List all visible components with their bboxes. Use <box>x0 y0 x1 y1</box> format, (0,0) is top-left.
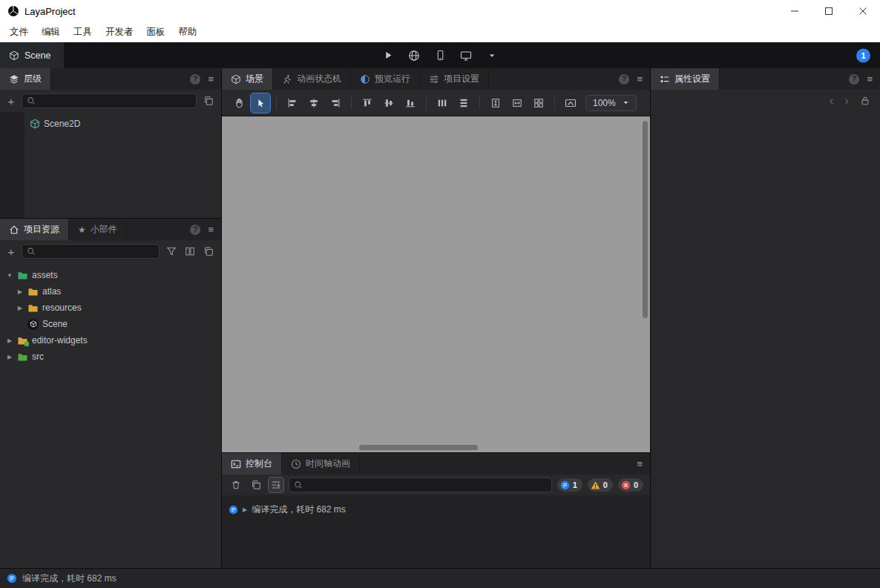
menu-edit[interactable]: 编辑 <box>35 26 67 39</box>
expand-collapse-button[interactable] <box>202 94 215 108</box>
console-search[interactable] <box>289 478 552 492</box>
stretch-height-button[interactable] <box>486 93 505 113</box>
menu-help[interactable]: 帮助 <box>172 26 204 39</box>
panel-menu-icon[interactable]: ≡ <box>637 458 643 469</box>
filter-button[interactable] <box>165 245 178 258</box>
error-count: 0 <box>634 480 638 489</box>
clear-console-button[interactable] <box>229 478 243 492</box>
browser-preview-button[interactable] <box>405 47 423 65</box>
tab-timeline-animation[interactable]: 时间轴动画 <box>282 453 360 475</box>
properties-nav: ‹ › <box>651 90 880 111</box>
add-node-button[interactable]: + <box>6 96 16 107</box>
panel-menu-icon[interactable]: ≡ <box>867 73 873 85</box>
tab-project-assets[interactable]: 项目资源 <box>0 219 69 240</box>
panel-menu-icon[interactable]: ≡ <box>208 73 214 85</box>
hierarchy-search[interactable] <box>22 93 197 108</box>
console-search-input[interactable] <box>306 480 547 490</box>
align-left-button[interactable] <box>283 93 302 113</box>
mobile-preview-button[interactable] <box>431 47 449 65</box>
pan-tool-button[interactable] <box>229 93 249 113</box>
copy-log-button[interactable] <box>249 478 263 492</box>
tree-node-assets[interactable]: ▼ assets <box>0 267 221 283</box>
align-bottom-button[interactable] <box>401 93 420 113</box>
play-button[interactable] <box>379 47 397 65</box>
grid-arrange-button[interactable] <box>529 93 548 113</box>
collapse-all-button[interactable] <box>202 245 215 258</box>
stretch-width-button[interactable] <box>508 93 527 113</box>
menu-tools[interactable]: 工具 <box>67 26 99 39</box>
tree-node-scene2d[interactable]: Scene2D <box>0 116 221 132</box>
split-view-button[interactable] <box>183 245 197 258</box>
tree-collapsed-icon[interactable]: ▶ <box>6 337 13 344</box>
tree-expanded-icon[interactable]: ▼ <box>6 272 13 279</box>
tree-node-label: src <box>32 351 44 362</box>
scene-canvas[interactable] <box>222 116 650 452</box>
help-icon[interactable]: ? <box>619 74 629 85</box>
tree-node-editor-widgets[interactable]: ▶ editor-widgets <box>0 332 221 348</box>
help-icon[interactable]: ? <box>849 74 859 85</box>
scene-document-tab[interactable]: Scene <box>0 42 64 68</box>
menu-panel[interactable]: 面板 <box>140 26 172 39</box>
align-right-button[interactable] <box>326 93 345 113</box>
tab-console[interactable]: 控制台 <box>222 453 282 475</box>
tree-node-src[interactable]: ▶ src <box>0 348 221 365</box>
history-back-button[interactable]: ‹ <box>830 94 834 107</box>
layers-icon <box>9 74 19 85</box>
tab-properties[interactable]: 属性设置 <box>651 68 720 90</box>
tab-preview-run[interactable]: 预览运行 <box>351 68 420 90</box>
menu-file[interactable]: 文件 <box>3 26 35 39</box>
tree-node-resources[interactable]: ▶ resources <box>0 300 221 316</box>
log-expander-icon[interactable]: ▶ <box>243 506 247 513</box>
add-asset-button[interactable]: + <box>6 246 16 257</box>
desktop-preview-button[interactable] <box>457 47 475 65</box>
tree-node-scene-asset[interactable]: Scene <box>0 316 221 332</box>
align-vertical-center-button[interactable] <box>379 93 398 113</box>
help-icon[interactable]: ? <box>190 74 200 85</box>
running-person-icon <box>282 74 292 85</box>
minimize-button[interactable] <box>778 0 812 22</box>
assets-search-input[interactable] <box>39 246 154 257</box>
tab-hierarchy[interactable]: 层级 <box>0 68 51 90</box>
tab-scene[interactable]: 场景 <box>222 68 273 90</box>
align-top-button[interactable] <box>358 93 377 113</box>
copy-icon <box>251 480 261 490</box>
history-forward-button[interactable]: › <box>844 94 849 107</box>
align-horizontal-center-button[interactable] <box>304 93 324 113</box>
assets-search[interactable] <box>22 244 160 259</box>
lock-button[interactable] <box>860 96 870 106</box>
tab-animation-state-machine[interactable]: 动画状态机 <box>273 68 351 90</box>
user-badge[interactable]: 1 <box>856 48 870 62</box>
display-resolution-button[interactable] <box>561 93 580 113</box>
status-message[interactable]: 编译完成，耗时 682 ms <box>22 572 116 585</box>
tree-node-atlas[interactable]: ▶ atlas <box>0 283 221 300</box>
cube-icon <box>231 74 241 85</box>
panel-menu-icon[interactable]: ≡ <box>637 73 643 85</box>
error-count-badge[interactable]: 0 <box>618 478 643 492</box>
tree-collapsed-icon[interactable]: ▶ <box>16 288 24 295</box>
close-button[interactable] <box>846 0 880 22</box>
horizontal-scrollbar[interactable] <box>359 445 478 450</box>
distribute-vertical-button[interactable] <box>454 93 473 113</box>
menu-developer[interactable]: 开发者 <box>99 26 140 39</box>
help-icon[interactable]: ? <box>190 225 200 235</box>
select-tool-button[interactable] <box>251 93 270 113</box>
tree-collapsed-icon[interactable]: ▶ <box>6 354 13 360</box>
monitor-icon <box>460 50 472 62</box>
statusbar: 编译完成，耗时 682 ms <box>0 568 880 588</box>
log-entry[interactable]: ▶ 编译完成，耗时 682 ms <box>229 503 643 516</box>
trash-icon <box>231 480 241 490</box>
panel-menu-icon[interactable]: ≡ <box>208 224 214 235</box>
collapse-logs-button[interactable] <box>269 478 283 492</box>
tab-widgets[interactable]: ★ 小部件 <box>69 219 127 240</box>
maximize-button[interactable] <box>812 0 846 22</box>
warning-count-badge[interactable]: 0 <box>588 478 613 492</box>
tab-project-settings[interactable]: 项目设置 <box>420 68 489 90</box>
info-chat-icon <box>7 573 17 584</box>
tree-collapsed-icon[interactable]: ▶ <box>16 305 24 311</box>
hierarchy-search-input[interactable] <box>39 96 191 106</box>
distribute-horizontal-button[interactable] <box>433 93 452 113</box>
zoom-select[interactable]: 100% <box>585 95 637 111</box>
vertical-scrollbar[interactable] <box>643 121 648 318</box>
info-count-badge[interactable]: 1 <box>557 478 582 492</box>
preview-device-dropdown[interactable] <box>483 47 501 65</box>
